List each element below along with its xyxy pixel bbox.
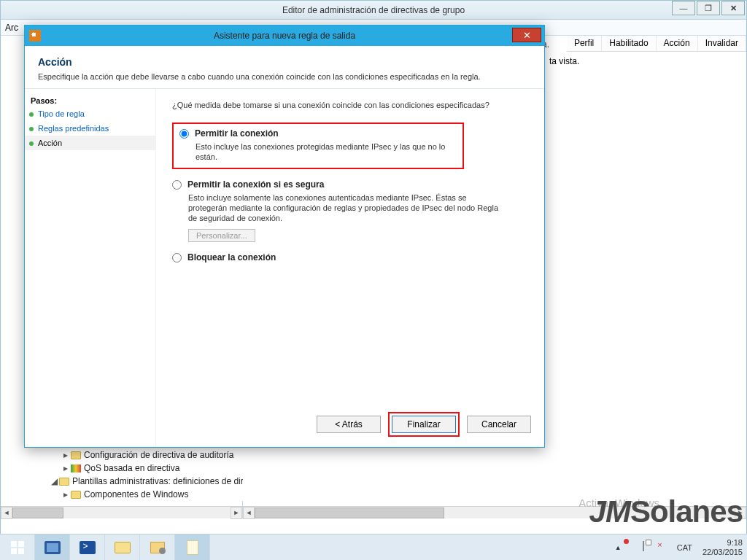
gpmc-icon bbox=[150, 542, 165, 553]
scroll-thumb[interactable] bbox=[255, 508, 444, 518]
radio-allow[interactable] bbox=[179, 129, 189, 139]
steps-label: Pasos: bbox=[25, 95, 155, 106]
scroll-thumb[interactable] bbox=[12, 508, 63, 518]
gpme-titlebar[interactable]: Editor de administración de directivas d… bbox=[1, 1, 746, 20]
tray-overflow-icon[interactable]: ▲ bbox=[615, 544, 622, 551]
menu-file-fragment[interactable]: Arc bbox=[5, 23, 18, 33]
col-perfil[interactable]: Perfil bbox=[567, 36, 602, 51]
highlight-allow: Permitir la conexión Esto incluye las co… bbox=[172, 122, 464, 169]
radio-allow-secure-label[interactable]: Permitir la conexión si es segura bbox=[187, 179, 324, 190]
task-explorer[interactable] bbox=[105, 534, 140, 560]
step-action[interactable]: Acción bbox=[25, 136, 155, 150]
wizard-page-subtitle: Especifique la acción que debe llevarse … bbox=[38, 72, 531, 81]
wizard-buttons: < Atrás Finalizar Cancelar bbox=[317, 412, 531, 437]
radio-allow-label[interactable]: Permitir la conexión bbox=[195, 128, 279, 139]
action-center-icon[interactable] bbox=[627, 542, 638, 553]
minimize-button[interactable]: — bbox=[672, 1, 695, 15]
radio-block[interactable] bbox=[172, 253, 182, 262]
highlight-finish: Finalizar bbox=[388, 412, 460, 437]
wizard-titlebar[interactable]: Asistente para nueva regla de salida ✕ bbox=[25, 26, 544, 46]
svg-rect-0 bbox=[11, 541, 17, 547]
explorer-icon bbox=[115, 542, 131, 553]
cancel-button[interactable]: Cancelar bbox=[467, 416, 531, 433]
gpme-title: Editor de administración de directivas d… bbox=[282, 5, 465, 15]
input-lang[interactable]: CAT bbox=[677, 543, 692, 552]
back-button[interactable]: < Atrás bbox=[317, 416, 381, 433]
svg-rect-3 bbox=[18, 548, 24, 554]
system-tray[interactable]: ▲ CAT 9:18 22/03/2015 bbox=[611, 534, 747, 560]
start-button[interactable] bbox=[0, 534, 35, 560]
radio-allow-desc: Esto incluye las conexiones protegidas m… bbox=[196, 141, 457, 162]
wizard-title: Asistente para nueva regla de salida bbox=[25, 31, 544, 41]
tree-node[interactable]: ▸Componentes de Windows bbox=[21, 488, 266, 501]
wizard-page-title: Acción bbox=[38, 56, 531, 68]
tree-node[interactable]: ▸QoS basada en directiva bbox=[21, 462, 266, 475]
tree-scrollbar[interactable]: ◄ ► bbox=[1, 506, 242, 518]
brand-watermark: JMSolanes bbox=[589, 494, 743, 529]
step-predefined-rules[interactable]: Reglas predefinidas bbox=[25, 121, 155, 136]
network-icon[interactable] bbox=[643, 542, 654, 553]
tree-node[interactable]: ◢Plantillas administrativas: definicione… bbox=[21, 475, 266, 488]
scroll-left-icon[interactable]: ◄ bbox=[243, 507, 255, 519]
clock-time: 9:18 bbox=[703, 538, 743, 548]
volume-icon[interactable] bbox=[659, 542, 670, 553]
svg-rect-2 bbox=[11, 548, 17, 554]
column-headers[interactable]: Perfil Habilitado Acción Invalidar bbox=[567, 36, 746, 52]
radio-block-label[interactable]: Bloquear la conexión bbox=[187, 252, 276, 262]
col-invalidar[interactable]: Invalidar bbox=[698, 36, 746, 51]
wizard-content: ¿Qué medida debe tomarse si una conexión… bbox=[156, 89, 544, 447]
powershell-icon bbox=[80, 541, 96, 554]
wizard-header: Acción Especifique la acción que debe ll… bbox=[25, 46, 544, 89]
clock[interactable]: 9:18 22/03/2015 bbox=[703, 538, 743, 557]
col-habilitado[interactable]: Habilitado bbox=[602, 36, 656, 51]
scroll-right-icon[interactable]: ► bbox=[231, 507, 242, 519]
notepad-icon bbox=[187, 540, 198, 555]
radio-allow-secure-desc: Esto incluye solamente las conexiones au… bbox=[188, 192, 502, 223]
task-powershell[interactable] bbox=[70, 534, 105, 560]
radio-allow-secure[interactable] bbox=[172, 180, 182, 190]
task-server-manager[interactable] bbox=[35, 534, 70, 560]
clock-date: 22/03/2015 bbox=[703, 548, 743, 557]
wizard-prompt: ¿Qué medida debe tomarse si una conexión… bbox=[172, 101, 528, 109]
col-accion[interactable]: Acción bbox=[657, 36, 698, 51]
svg-rect-1 bbox=[18, 541, 24, 547]
taskbar[interactable]: ▲ CAT 9:18 22/03/2015 bbox=[0, 534, 747, 560]
finish-button[interactable]: Finalizar bbox=[392, 416, 456, 433]
customize-button: Personalizar... bbox=[188, 229, 255, 242]
maximize-button[interactable]: ❐ bbox=[697, 1, 720, 15]
tree-node[interactable]: ▸Configuración de directiva de auditoría bbox=[21, 448, 266, 462]
task-gpmc[interactable] bbox=[140, 534, 175, 560]
empty-message-tail: ta vista. bbox=[549, 56, 579, 66]
wizard-steps: Pasos: Tipo de regla Reglas predefinidas… bbox=[25, 89, 156, 447]
step-rule-type[interactable]: Tipo de regla bbox=[25, 106, 155, 121]
scroll-left-icon[interactable]: ◄ bbox=[1, 507, 12, 519]
outbound-rule-wizard: Asistente para nueva regla de salida ✕ A… bbox=[24, 25, 545, 448]
wizard-close-button[interactable]: ✕ bbox=[512, 28, 541, 42]
task-notepad[interactable] bbox=[175, 534, 210, 560]
close-button[interactable]: ✕ bbox=[721, 1, 745, 15]
